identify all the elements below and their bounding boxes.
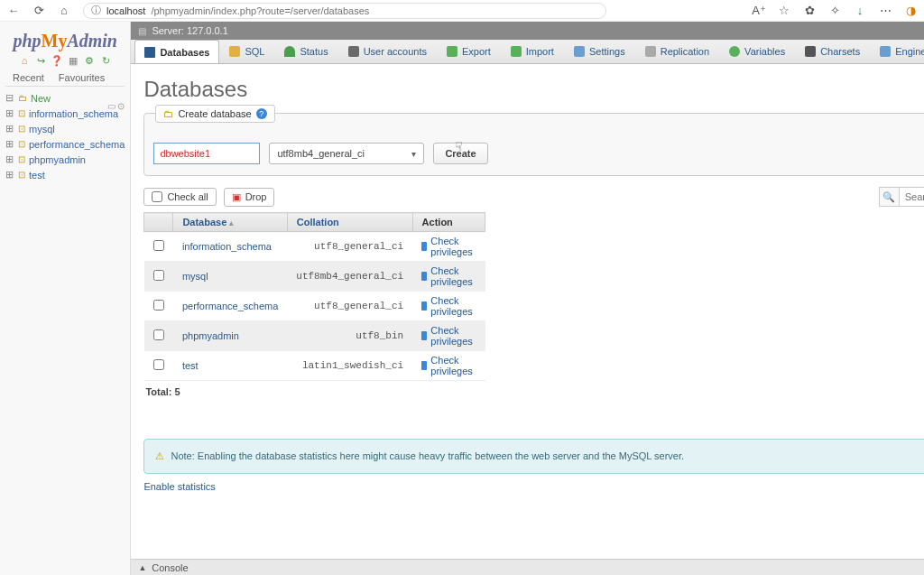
db-link[interactable]: phpmyadmin <box>182 330 239 341</box>
side-tabs: Recent Favourites <box>5 70 125 87</box>
tab-engines[interactable]: Engines <box>870 40 924 63</box>
collation-selected: utf8mb4_general_ci <box>277 148 365 159</box>
db-add-icon: 🗀 <box>163 108 173 119</box>
db-name-input[interactable] <box>153 143 260 164</box>
sidebar: phpMyAdmin ⌂ ↪ ❓ ▦ ⚙ ↻ Recent Favourites… <box>0 22 131 575</box>
row-checkbox[interactable] <box>153 240 164 251</box>
check-privileges-link[interactable]: Check privileges <box>421 355 476 376</box>
home-icon[interactable]: ⌂ <box>58 5 70 17</box>
read-aloud-icon[interactable]: A⁺ <box>753 5 765 17</box>
row-checkbox[interactable] <box>153 359 164 370</box>
drop-button[interactable]: ▣ Drop <box>224 188 275 207</box>
settings-icon[interactable]: ✿ <box>803 5 816 17</box>
console-label: Console <box>152 562 188 573</box>
tab-databases[interactable]: Databases <box>134 40 219 64</box>
warning-icon: ⚠ <box>155 450 164 461</box>
chevron-down-icon: ▾ <box>411 149 416 159</box>
total-count: Total: 5 <box>143 381 924 403</box>
tab-recent[interactable]: Recent <box>5 70 51 86</box>
home-icon[interactable]: ⌂ <box>19 55 30 66</box>
url-host: localhost <box>106 5 145 16</box>
db-link[interactable]: information_schema <box>182 241 272 252</box>
docs-icon[interactable]: ❓ <box>51 55 62 66</box>
create-db-legend: 🗀 Create database ? <box>155 105 274 123</box>
table-row: information_schema utf8_general_ci Check… <box>144 232 485 262</box>
header-database[interactable]: Database ▴ <box>173 213 287 232</box>
copilot-icon[interactable]: ◑ <box>904 5 917 17</box>
drop-icon: ▣ <box>232 191 241 203</box>
expand-icon[interactable]: ⊙ <box>117 101 125 111</box>
collation-select[interactable]: utf8mb4_general_ci ▾ <box>269 143 424 164</box>
database-table: Database ▴ Collation Action information_… <box>143 212 485 381</box>
new-db-icon: 🗀 <box>18 93 27 103</box>
pma-logo: phpMyAdmin <box>5 25 125 53</box>
check-privileges-link[interactable]: Check privileges <box>421 236 476 257</box>
create-button[interactable]: Create <box>433 143 487 164</box>
table-row: phpmyadmin utf8_bin Check privileges <box>144 321 485 351</box>
help-icon[interactable]: ? <box>256 108 267 119</box>
row-collation: utf8_general_ci <box>287 232 412 262</box>
server-icon: ▤ <box>138 26 146 36</box>
collapse-icon[interactable]: ▭ <box>107 101 116 111</box>
browser-toolbar: ← ⟳ ⌂ ⓘ localhost /phpmyadmin/index.php?… <box>0 0 924 22</box>
tab-variables[interactable]: Variables <box>719 40 795 63</box>
tab-status[interactable]: Status <box>274 40 337 63</box>
collections-icon[interactable]: ✧ <box>828 5 841 17</box>
tab-sql[interactable]: SQL <box>219 40 274 63</box>
tree-item[interactable]: ⊞⊡mysql <box>5 121 125 136</box>
console-bar[interactable]: ▲ Console <box>131 559 924 575</box>
row-checkbox[interactable] <box>153 329 164 340</box>
tree-item[interactable]: ⊞⊡test <box>5 167 125 182</box>
check-all-checkbox[interactable] <box>152 191 162 202</box>
db-link[interactable]: test <box>182 360 199 371</box>
check-privileges-link[interactable]: Check privileges <box>421 295 476 317</box>
header-collation[interactable]: Collation <box>287 213 412 232</box>
tab-export[interactable]: Export <box>437 40 501 63</box>
search-icon: 🔍 <box>879 187 899 207</box>
db-link[interactable]: performance_schema <box>182 301 278 311</box>
sidebar-toolbar: ⌂ ↪ ❓ ▦ ⚙ ↻ <box>5 53 125 70</box>
more-icon[interactable]: ⋯ <box>879 5 892 17</box>
db-link[interactable]: mysql <box>182 271 208 282</box>
favorite-icon[interactable]: ☆ <box>778 5 790 17</box>
row-collation: utf8_general_ci <box>287 292 412 321</box>
url-bar[interactable]: ⓘ localhost /phpmyadmin/index.php?route=… <box>83 3 606 19</box>
search-input[interactable] <box>899 187 924 207</box>
create-database-section: 🗀 Create database ? utf8mb4_general_ci ▾… <box>143 113 924 176</box>
table-row: test latin1_swedish_ci Check privileges <box>144 351 485 381</box>
tree-item[interactable]: ⊞⊡performance_schema <box>5 136 125 152</box>
top-tabs: Databases SQL Status User accounts Expor… <box>131 40 924 64</box>
reload-icon[interactable]: ↻ <box>100 55 111 66</box>
note-text: Note: Enabling the database statistics h… <box>171 450 684 461</box>
table-row: mysql utf8mb4_general_ci Check privilege… <box>144 262 485 292</box>
tab-import[interactable]: Import <box>501 40 564 63</box>
sort-icon: ▴ <box>229 218 234 227</box>
header-action: Action <box>412 213 485 232</box>
tab-charsets[interactable]: Charsets <box>795 40 870 63</box>
chevron-up-icon: ▲ <box>138 563 146 572</box>
logout-icon[interactable]: ↪ <box>35 55 46 66</box>
info-note: ⚠ Note: Enabling the database statistics… <box>143 439 924 474</box>
tree-item[interactable]: ⊞⊡phpmyadmin <box>5 152 125 167</box>
row-collation: latin1_swedish_ci <box>287 351 412 381</box>
tab-user-accounts[interactable]: User accounts <box>338 40 437 63</box>
downloads-icon[interactable]: ↓ <box>854 5 866 17</box>
tab-replication[interactable]: Replication <box>635 40 719 63</box>
row-checkbox[interactable] <box>153 300 164 311</box>
enable-statistics-link[interactable]: Enable statistics <box>143 481 924 492</box>
check-privileges-link[interactable]: Check privileges <box>421 325 476 347</box>
tab-favourites[interactable]: Favourites <box>51 70 112 86</box>
table-row: performance_schema utf8_general_ci Check… <box>144 292 485 321</box>
check-all-button[interactable]: Check all <box>143 188 216 206</box>
tab-settings[interactable]: Settings <box>564 40 635 63</box>
row-checkbox[interactable] <box>153 270 164 281</box>
sql-icon[interactable]: ▦ <box>68 55 79 66</box>
row-collation: utf8mb4_general_ci <box>287 262 412 292</box>
refresh-icon[interactable]: ⟳ <box>32 5 45 17</box>
tree-new-label: New <box>31 93 51 104</box>
url-path: /phpmyadmin/index.php?route=/server/data… <box>151 5 369 16</box>
check-privileges-link[interactable]: Check privileges <box>421 265 476 287</box>
gear-icon[interactable]: ⚙ <box>84 55 95 66</box>
row-collation: utf8_bin <box>287 321 412 351</box>
back-icon[interactable]: ← <box>7 5 20 17</box>
